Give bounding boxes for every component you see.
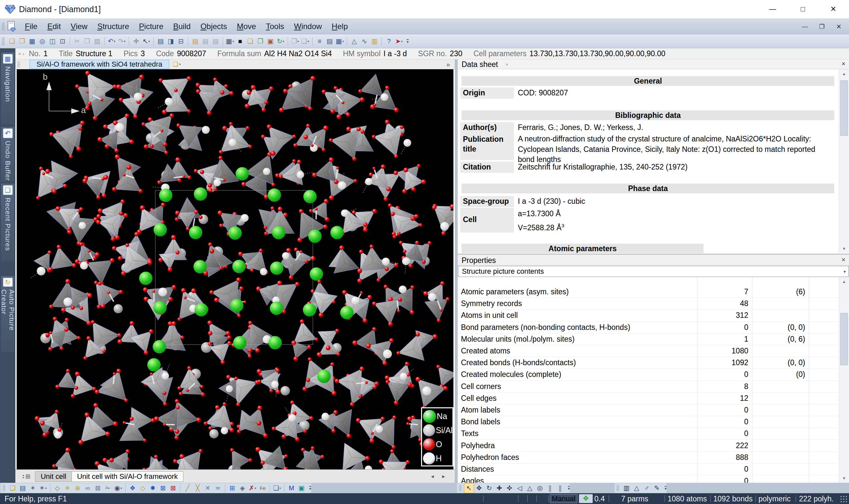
dropdown-arrow-icon[interactable]: ▾ (401, 39, 403, 43)
select-icon[interactable]: ↖▾ (141, 36, 151, 47)
dropdown-arrow-icon[interactable]: ▾ (124, 39, 125, 43)
picture-new-icon[interactable]: ❏ (7, 483, 18, 493)
table-row[interactable]: Symmetry records48 (458, 298, 839, 310)
polyhedra-toggle-icon[interactable]: ◈ (237, 483, 247, 493)
orbit-mode-icon[interactable]: ✥ (474, 483, 484, 493)
sidebar-tab-recent-pictures[interactable]: ❏Recent Pictures (1, 184, 14, 261)
fill-cell-icon[interactable]: ⊠ (93, 483, 103, 493)
menu-objects[interactable]: Objects (195, 19, 232, 34)
bond-equal-icon[interactable]: ≍ (213, 483, 223, 493)
dropdown-arrow-icon[interactable]: ▾ (342, 39, 344, 43)
add-bonds-icon[interactable]: ⊕ (73, 483, 83, 493)
menu-file[interactable]: File (20, 19, 42, 34)
dropdown-arrow-icon[interactable]: ▾ (283, 39, 284, 43)
properties-selector[interactable]: Structure picture contents ▾ (458, 266, 849, 277)
toolbar-overflow-icon[interactable]: ▾ (309, 486, 311, 490)
ring-filled-icon[interactable]: ❖ (127, 483, 138, 493)
picture-layout-icon[interactable]: ▣ (265, 36, 276, 47)
rotate-mode-icon[interactable]: ↻ (484, 483, 494, 493)
menu-window[interactable]: Window (289, 19, 327, 34)
net-icon[interactable]: ⊠ (158, 483, 168, 493)
find-icon[interactable]: ◎ (37, 36, 47, 47)
close-button[interactable]: ✕ (824, 0, 843, 18)
dropdown-arrow-icon[interactable]: ▾ (45, 486, 47, 490)
table-row[interactable]: Polyhedron faces888 (458, 452, 839, 464)
selector-dropdown-icon[interactable]: ▾ (844, 269, 846, 274)
rotate-y-icon[interactable]: △ (525, 483, 535, 493)
dropdown-arrow-icon[interactable]: ▾ (232, 39, 234, 43)
polyhedron-icon[interactable]: ◇ (52, 483, 63, 493)
redo-icon[interactable]: ↷▾ (117, 36, 127, 47)
dropdown-arrow-icon[interactable]: ▾ (120, 486, 122, 490)
tab-scroll-spinner[interactable]: ▴ ▾ (22, 474, 24, 479)
menu-build[interactable]: Build (168, 19, 195, 34)
list-view-icon[interactable]: ≡ (314, 36, 325, 47)
maximize-button[interactable]: □ (793, 0, 812, 18)
toolbar-drag-handle[interactable] (617, 485, 619, 491)
table-picture-icon[interactable]: ▤ (190, 36, 201, 47)
more-tabs-icon[interactable]: » (446, 60, 450, 68)
broken-bonds-icon[interactable]: ✁ (103, 483, 113, 493)
photo-icon[interactable]: ❏▾ (272, 483, 282, 493)
packing-icon[interactable]: ◉▾ (113, 483, 123, 493)
grid-icon[interactable]: ▦▾ (225, 36, 235, 47)
dropdown-arrow-icon[interactable]: ▾ (279, 486, 281, 490)
table-row[interactable]: Atomic parameters (asym. sites)7(6) (458, 286, 839, 298)
mdi-restore-icon[interactable]: ❐ (818, 23, 826, 30)
measure-mode-icon[interactable]: M (287, 483, 296, 493)
update-icon[interactable]: ↻▾ (276, 36, 286, 47)
move-mode-icon[interactable]: ✥ (579, 494, 593, 503)
picture-background-icon[interactable]: ■ (235, 36, 245, 47)
cluster-icon[interactable]: ✹ (148, 483, 158, 493)
copy-picture-icon[interactable]: ❐ (255, 36, 265, 47)
save-icon[interactable]: ▦ (27, 36, 37, 47)
bond-delete-icon[interactable]: ✕ (203, 483, 213, 493)
measure-edit-icon[interactable]: ✎ (652, 483, 662, 493)
data-brief-view-icon[interactable]: ◨ (166, 36, 176, 47)
dropdown-arrow-icon[interactable]: ▾ (114, 39, 116, 43)
transfer-icon[interactable]: ❐▾ (290, 36, 300, 47)
atom-design-icon[interactable]: Fe (258, 483, 268, 493)
track-stop-icon[interactable]: ❚ (555, 483, 565, 493)
open-folder-icon[interactable]: ❐ (17, 36, 27, 47)
table-row[interactable]: Polyhedra222 (458, 440, 839, 451)
dropdown-arrow-icon[interactable]: ▾ (255, 486, 256, 490)
histogram-icon[interactable]: ∿ (359, 36, 369, 47)
viewport-icon[interactable]: ▣ (296, 483, 307, 493)
toolbar-drag-handle[interactable] (3, 485, 5, 491)
measure-angle-icon[interactable]: △ (631, 483, 642, 493)
new-picture-tab-icon[interactable]: ❏ (173, 60, 178, 68)
table-row[interactable]: Created molecules (complete)0(0) (458, 369, 839, 380)
table-row[interactable]: Atom labels0 (458, 404, 839, 416)
cut-icon[interactable]: ✂ (72, 36, 82, 47)
undo-icon[interactable]: ↶▾ (107, 36, 117, 47)
help-icon[interactable]: ? (384, 36, 394, 47)
table-forward-icon[interactable]: ▤ (210, 36, 221, 47)
data-sheet-close-icon[interactable]: ✕ (842, 61, 846, 67)
table-row[interactable]: Texts0 (458, 428, 839, 440)
scroll-up-icon[interactable]: ▲ (839, 69, 849, 78)
menu-view[interactable]: View (66, 19, 92, 34)
new-picture-icon[interactable]: ❏ (245, 36, 255, 47)
tab-grid-icon[interactable]: ⊞ (25, 473, 31, 480)
sidebar-tab-auto-picture-creator[interactable]: ↻Auto Picture Creator (1, 276, 14, 352)
toolbar-overflow-icon[interactable]: ▾ (407, 39, 409, 43)
menu-edit[interactable]: Edit (42, 19, 66, 34)
measure-torsion-icon[interactable]: ♂ (642, 483, 652, 493)
toolbar-drag-handle[interactable] (2, 37, 4, 46)
table-row[interactable]: Molecular units (mol./polym. sites)1(0, … (458, 334, 839, 345)
resize-grip[interactable] (840, 495, 848, 503)
picture-tab-2[interactable]: Unit cell with Si/Al-O framework (72, 471, 184, 482)
new-document-icon[interactable]: ❏ (7, 36, 17, 47)
delete-polyhedra-icon[interactable]: ✗▾ (247, 483, 258, 493)
scroll-up-icon[interactable]: ▲ (839, 277, 849, 286)
vertical-splitter[interactable] (455, 59, 458, 483)
menu-structure[interactable]: Structure (92, 19, 134, 34)
build-icon[interactable]: ✶ (28, 483, 38, 493)
toolbar-drag-handle[interactable] (459, 485, 462, 491)
tab-next-icon[interactable]: ▸ (442, 473, 445, 480)
menu-picture[interactable]: Picture (134, 19, 168, 34)
table-row[interactable]: Distances0 (458, 464, 839, 475)
picture-tab-1[interactable]: Unit cell (35, 471, 72, 482)
print-preview-icon[interactable]: ◫ (47, 36, 57, 47)
